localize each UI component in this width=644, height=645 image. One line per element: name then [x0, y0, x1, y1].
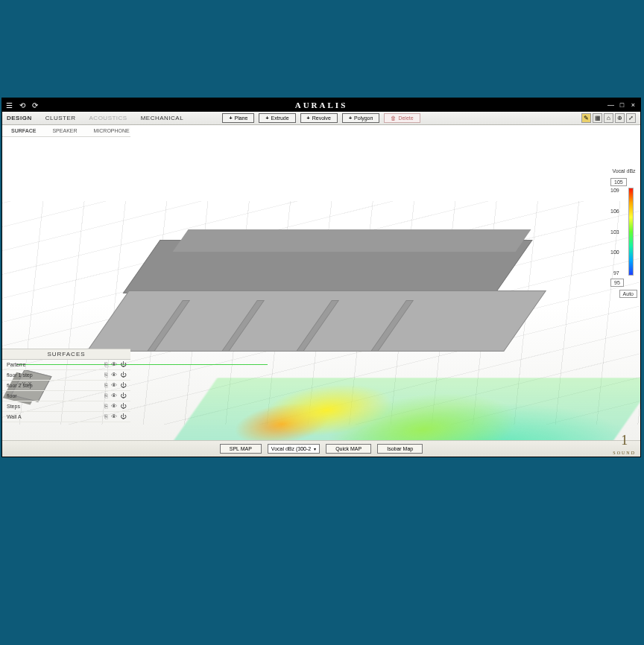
extrude-label: Extrude [271, 114, 288, 122]
delete-label: Delete [398, 114, 413, 122]
app-window: ☰ ⟲ ⟳ AURALIS — □ × DESIGN CLUSTER ACOUS… [1, 98, 641, 457]
polygon-label: Polygon [354, 114, 373, 122]
app-title: AURALIS [2, 101, 640, 109]
surface-controls: ⎘👁⏻ [104, 403, 126, 410]
target-icon[interactable]: ⊕ [615, 113, 625, 123]
surface-name: Steps [7, 404, 20, 409]
spl-map-button[interactable]: SPL MAP [220, 444, 262, 454]
viewport-3d[interactable]: Vocal dBz 105 109 106 103 100 97 95 Auto [2, 137, 640, 440]
power-icon[interactable]: ⏻ [120, 382, 126, 389]
legend-tick: 106 [610, 209, 619, 214]
surface-row[interactable]: floor 2 step ⎘👁⏻ [2, 381, 130, 391]
visibility-icon[interactable]: 👁 [111, 413, 117, 420]
legend-min-value[interactable]: 95 [610, 279, 624, 287]
subtab-speaker[interactable]: SPEAKER [52, 128, 77, 133]
isobar-map-button[interactable]: Isobar Map [377, 444, 423, 454]
surfaces-panel: SURFACES Parterre ⎘👁⏻ floor 1 step ⎘👁⏻ f… [2, 349, 130, 422]
tab-cluster[interactable]: CLUSTER [45, 115, 76, 121]
surface-controls: ⎘👁⏻ [104, 361, 126, 368]
bottombar-center: SPL MAP Vocal dBz (300-2 Quick MAP Isoba… [2, 444, 640, 454]
lock-icon[interactable]: ⎘ [104, 361, 108, 368]
polygon-button[interactable]: +Polygon [342, 113, 379, 123]
surface-row[interactable]: Steps ⎘👁⏻ [2, 401, 130, 412]
legend-color-bar [628, 188, 634, 276]
sub-tabs: SURFACE SPEAKER MICROPHONE [2, 125, 130, 137]
surface-row[interactable]: floor 1 step ⎘👁⏻ [2, 370, 130, 381]
surface-name: Wall A [7, 414, 22, 419]
surface-name: floor 1 step [7, 372, 33, 378]
power-icon[interactable]: ⏻ [120, 361, 126, 368]
lock-icon[interactable]: ⎘ [104, 413, 108, 420]
home-view-icon[interactable]: ⌂ [604, 113, 613, 123]
menubar: DESIGN CLUSTER ACOUSTICS MECHANICAL +Pla… [2, 112, 640, 125]
visibility-icon[interactable]: 👁 [111, 372, 117, 378]
visibility-icon[interactable]: 👁 [111, 403, 117, 410]
view-toolbar: ✎ ▦ ⌂ ⊕ ⤢ [581, 113, 636, 123]
plane-button[interactable]: +Plane [222, 113, 254, 123]
revolve-button[interactable]: +Revolve [300, 113, 338, 123]
legend-ticks: 109 106 103 100 97 [610, 188, 627, 276]
power-icon[interactable]: ⏻ [120, 403, 126, 410]
legend-tick: 103 [610, 229, 619, 235]
surface-controls: ⎘👁⏻ [104, 393, 126, 399]
surface-row[interactable]: floor ⎘👁⏻ [2, 391, 130, 401]
grid-icon[interactable]: ▦ [593, 113, 602, 123]
lock-icon[interactable]: ⎘ [104, 403, 108, 410]
brand-number: 1 [613, 435, 636, 446]
close-button[interactable]: × [629, 101, 637, 109]
tab-mechanical[interactable]: MECHANICAL [141, 115, 183, 121]
legend-title: Vocal dBz [610, 168, 637, 174]
power-icon[interactable]: ⏻ [120, 372, 126, 378]
legend-tick: 97 [610, 270, 619, 276]
legend-auto-button[interactable]: Auto [619, 290, 637, 298]
surface-name: floor 2 step [7, 383, 33, 388]
power-icon[interactable]: ⏻ [120, 393, 126, 399]
lock-icon[interactable]: ⎘ [104, 382, 108, 389]
building-model [166, 229, 599, 440]
brand-word: SOUND [613, 451, 636, 455]
lock-icon[interactable]: ⎘ [104, 393, 108, 399]
delete-button[interactable]: 🗑Delete [384, 113, 420, 123]
legend-max-value[interactable]: 105 [610, 178, 627, 186]
extrude-button[interactable]: +Extrude [259, 113, 295, 123]
legend-tick: 100 [610, 250, 619, 255]
visibility-icon[interactable]: 👁 [111, 382, 117, 389]
main-tabs: DESIGN CLUSTER ACOUSTICS MECHANICAL [7, 115, 183, 121]
minimize-button[interactable]: — [607, 101, 615, 109]
revolve-label: Revolve [312, 114, 331, 122]
tab-design[interactable]: DESIGN [7, 115, 32, 121]
surface-controls: ⎘👁⏻ [104, 382, 126, 389]
restore-button[interactable]: □ [618, 101, 626, 109]
surface-name: floor [7, 393, 17, 398]
visibility-icon[interactable]: 👁 [111, 393, 117, 399]
expand-icon[interactable]: ⤢ [626, 113, 636, 123]
surface-controls: ⎘👁⏻ [104, 372, 126, 378]
spl-heatmap [137, 378, 640, 440]
surface-row[interactable]: Wall A ⎘👁⏻ [2, 412, 130, 422]
spl-legend: Vocal dBz 105 109 106 103 100 97 95 Auto [610, 168, 637, 298]
window-controls: — □ × [607, 101, 637, 109]
surface-row[interactable]: Parterre ⎘👁⏻ [2, 360, 130, 370]
legend-tick: 109 [610, 188, 619, 193]
surface-controls: ⎘👁⏻ [104, 413, 126, 420]
lock-icon[interactable]: ⎘ [104, 372, 108, 378]
quick-map-button[interactable]: Quick MAP [326, 444, 371, 454]
surfaces-title: SURFACES [2, 349, 130, 360]
power-icon[interactable]: ⏻ [120, 413, 126, 420]
bottombar: SPL MAP Vocal dBz (300-2 Quick MAP Isoba… [2, 440, 640, 457]
subtab-surface[interactable]: SURFACE [11, 128, 36, 133]
surface-name: Parterre [7, 362, 25, 367]
measure-icon[interactable]: ✎ [581, 113, 591, 123]
plane-label: Plane [234, 114, 247, 122]
subtab-microphone[interactable]: MICROPHONE [94, 128, 130, 133]
titlebar: ☰ ⟲ ⟳ AURALIS — □ × [2, 98, 640, 112]
tab-acoustics[interactable]: ACOUSTICS [89, 115, 127, 121]
metric-select-value: Vocal dBz (300-2 [271, 446, 311, 451]
metric-select[interactable]: Vocal dBz (300-2 [268, 444, 320, 454]
brand-logo: 1 SOUND [613, 435, 636, 456]
visibility-icon[interactable]: 👁 [111, 361, 117, 368]
